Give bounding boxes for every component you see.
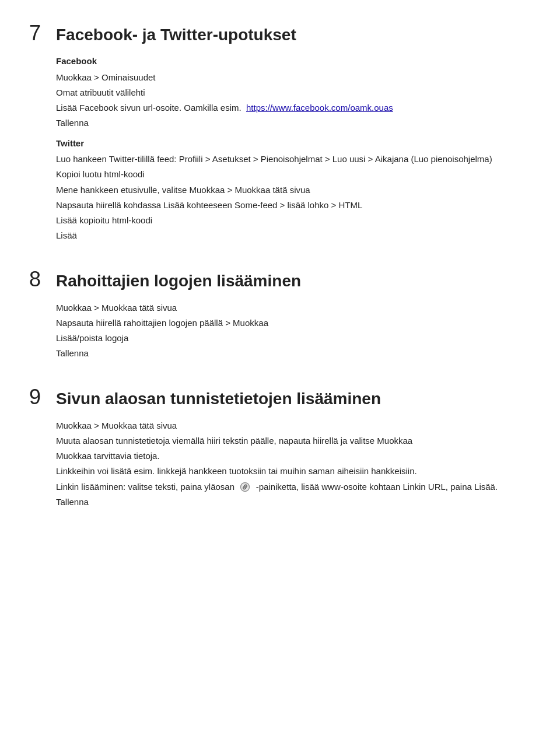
facebook-line-1: Muokkaa > Ominaisuudet <box>56 71 531 84</box>
facebook-label: Facebook <box>56 55 531 68</box>
svg-point-0 <box>241 482 250 491</box>
section-8-line-3: Lisää/poista logoja <box>56 331 531 345</box>
section-9-line-4: Linkkeihin voi lisätä esim. linkkejä han… <box>56 464 531 478</box>
twitter-label: Twitter <box>56 137 531 150</box>
section-9-line-2: Muuta alaosan tunnistetietoja viemällä h… <box>56 434 531 447</box>
section-7: 7 Facebook- ja Twitter-upotukset Faceboo… <box>29 17 531 243</box>
section-7-header: 7 Facebook- ja Twitter-upotukset <box>29 17 531 49</box>
facebook-line-2: Omat atribuutit välilehti <box>56 86 531 99</box>
section-8-line-1: Muokkaa > Muokkaa tätä sivua <box>56 301 531 314</box>
section-9: 9 Sivun alaosan tunnistetietojen lisäämi… <box>29 381 531 509</box>
section-7-number: 7 <box>29 17 48 49</box>
section-8-content: Muokkaa > Muokkaa tätä sivua Napsauta hi… <box>56 301 531 360</box>
twitter-line-3: Mene hankkeen etusivulle, valitse Muokka… <box>56 183 531 197</box>
section-9-header: 9 Sivun alaosan tunnistetietojen lisäämi… <box>29 381 531 413</box>
twitter-line-1: Luo hankeen Twitter-tilillä feed: Profii… <box>56 152 531 166</box>
twitter-line-2: Kopioi luotu html-koodi <box>56 167 531 181</box>
facebook-line-3: Lisää Facebook sivun url-osoite. Oamkill… <box>56 101 531 114</box>
twitter-line-5: Lisää kopioitu html-koodi <box>56 213 531 227</box>
twitter-line-6: Lisää <box>56 229 531 242</box>
section-8-number: 8 <box>29 264 48 295</box>
section-8-header: 8 Rahoittajien logojen lisääminen <box>29 264 531 295</box>
link-icon <box>239 481 251 493</box>
section-8-line-4: Tallenna <box>56 346 531 360</box>
twitter-line-4: Napsauta hiirellä kohdassa Lisää kohtees… <box>56 198 531 212</box>
section-7-content: Facebook Muokkaa > Ominaisuudet Omat atr… <box>56 55 531 243</box>
section-8: 8 Rahoittajien logojen lisääminen Muokka… <box>29 264 531 360</box>
section-8-title: Rahoittajien logojen lisääminen <box>56 269 301 293</box>
section-9-content: Muokkaa > Muokkaa tätä sivua Muuta alaos… <box>56 419 531 509</box>
section-8-line-2: Napsauta hiirellä rahoittajien logojen p… <box>56 316 531 330</box>
section-9-line-1: Muokkaa > Muokkaa tätä sivua <box>56 419 531 432</box>
section-9-number: 9 <box>29 381 48 413</box>
section-9-link-line: Linkin lisääminen: valitse teksti, paina… <box>56 480 531 493</box>
section-9-tallenna: Tallenna <box>56 495 531 509</box>
facebook-link[interactable]: https://www.facebook.com/oamk.ouas <box>246 103 393 113</box>
section-7-title: Facebook- ja Twitter-upotukset <box>56 23 296 47</box>
section-9-line-3: Muokkaa tarvittavia tietoja. <box>56 449 531 462</box>
facebook-tallenna: Tallenna <box>56 116 531 129</box>
section-9-title: Sivun alaosan tunnistetietojen lisäämine… <box>56 387 381 411</box>
